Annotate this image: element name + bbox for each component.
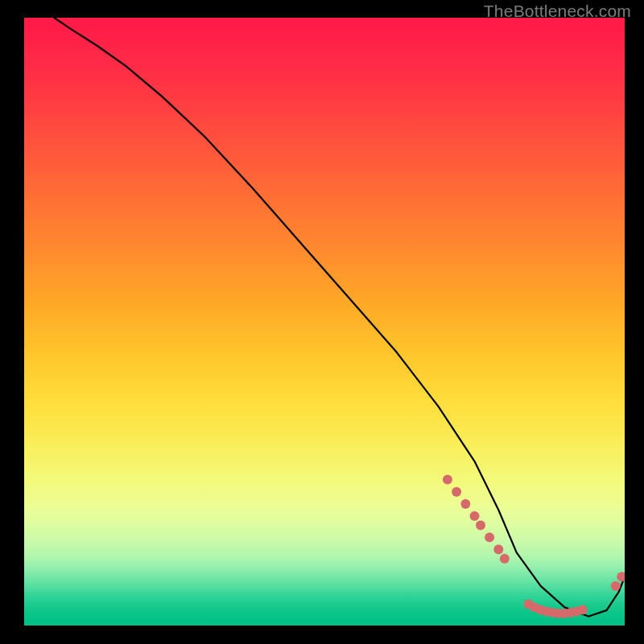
curve-layer — [24, 18, 625, 625]
data-marker — [611, 581, 621, 591]
data-marker — [470, 511, 480, 521]
data-marker — [443, 475, 452, 485]
data-marker — [460, 499, 470, 509]
data-marker — [452, 487, 461, 497]
bottleneck-curve — [54, 18, 625, 617]
data-marker — [500, 554, 510, 564]
data-marker — [485, 533, 494, 543]
data-marker — [493, 545, 503, 555]
chart-stage: TheBottleneck.com — [0, 0, 644, 644]
data-marker — [617, 572, 625, 582]
marker-cluster — [443, 475, 625, 618]
data-marker — [476, 520, 485, 530]
plot-area — [24, 18, 625, 625]
data-marker — [578, 605, 588, 614]
